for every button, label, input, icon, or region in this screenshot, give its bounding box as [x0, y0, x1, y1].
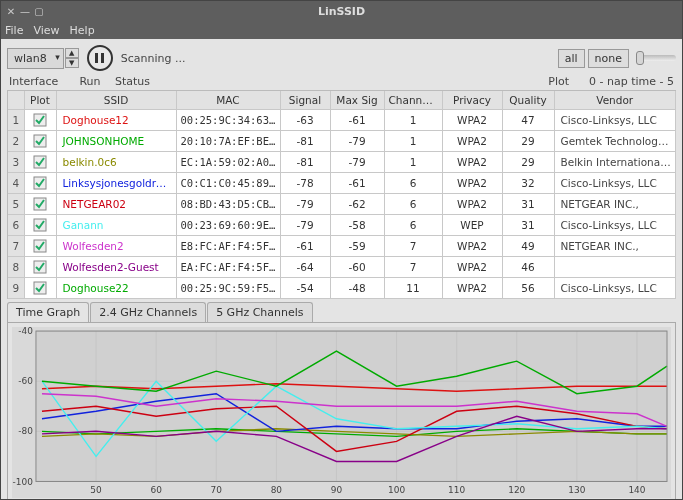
cell-vendor: Cisco-Linksys, LLC [554, 173, 676, 194]
col-channel[interactable]: Channel [384, 91, 442, 110]
cell-mac: 00:23:69:60:9E:DB [176, 215, 280, 236]
networks-table-wrap: Plot SSID MAC Signal Max Sig Channel Pri… [7, 90, 676, 299]
plot-checkbox[interactable] [24, 236, 56, 257]
col-maxsig[interactable]: Max Sig [330, 91, 384, 110]
time-graph-chart: -40-60-80-1005060708090100110120130140 [12, 327, 671, 498]
menu-file[interactable]: File [5, 24, 23, 37]
plot-none-button[interactable]: none [588, 49, 629, 68]
table-row[interactable]: 9Doghouse2200:25:9C:59:F5:FC-54-4811WPA2… [8, 278, 676, 299]
run-label: Run [71, 75, 109, 88]
col-mac[interactable]: MAC [176, 91, 280, 110]
col-vendor[interactable]: Vendor [554, 91, 676, 110]
cell-channel: 6 [384, 215, 442, 236]
window-title: LinSSID [65, 5, 618, 18]
plot-checkbox[interactable] [24, 110, 56, 131]
tab-24ghz[interactable]: 2.4 GHz Channels [90, 302, 206, 322]
cell-channel: 6 [384, 173, 442, 194]
svg-text:120: 120 [508, 485, 525, 495]
svg-text:-100: -100 [13, 476, 34, 486]
tab-5ghz[interactable]: 5 GHz Channels [207, 302, 312, 322]
plot-checkbox[interactable] [24, 173, 56, 194]
interface-dropdown[interactable]: wlan8 [7, 48, 64, 69]
nap-label: 0 - nap time - 5 [589, 75, 674, 88]
col-signal[interactable]: Signal [280, 91, 330, 110]
plot-checkbox[interactable] [24, 131, 56, 152]
table-row[interactable]: 2JOHNSONHOME20:10:7A:EF:BE:EF-81-791WPA2… [8, 131, 676, 152]
run-pause-button[interactable] [87, 45, 113, 71]
cell-vendor: NETGEAR INC., [554, 236, 676, 257]
spinner-down[interactable]: ▼ [65, 58, 79, 68]
cell-maxsig: -60 [330, 257, 384, 278]
plot-checkbox[interactable] [24, 152, 56, 173]
cell-mac: 20:10:7A:EF:BE:EF [176, 131, 280, 152]
col-plot[interactable]: Plot [24, 91, 56, 110]
window-close-icon[interactable]: ✕ [5, 5, 17, 17]
table-row[interactable]: 6Ganann00:23:69:60:9E:DB-79-586WEP31Cisc… [8, 215, 676, 236]
spinner-up[interactable]: ▲ [65, 48, 79, 58]
table-row[interactable]: 7Wolfesden2E8:FC:AF:F4:5F:EF-61-597WPA24… [8, 236, 676, 257]
chart-tabs: Time Graph 2.4 GHz Channels 5 GHz Channe… [7, 302, 676, 322]
menu-help[interactable]: Help [70, 24, 95, 37]
cell-mac: EA:FC:AF:F4:5F:F0 [176, 257, 280, 278]
plot-checkbox[interactable] [24, 194, 56, 215]
toolbar-sublabels: Interface Run Status Plot 0 - nap time -… [7, 75, 676, 88]
cell-vendor [554, 257, 676, 278]
table-row[interactable]: 5NETGEAR0208:BD:43:D5:CB:03-79-626WPA231… [8, 194, 676, 215]
toolbar: wlan8 ▲ ▼ Scanning ... all none [7, 45, 676, 71]
table-row[interactable]: 8Wolfesden2-GuestEA:FC:AF:F4:5F:F0-64-60… [8, 257, 676, 278]
cell-mac: E8:FC:AF:F4:5F:EF [176, 236, 280, 257]
cell-maxsig: -62 [330, 194, 384, 215]
col-privacy[interactable]: Privacy [442, 91, 502, 110]
svg-text:50: 50 [90, 485, 102, 495]
plot-checkbox[interactable] [24, 215, 56, 236]
plot-all-button[interactable]: all [558, 49, 585, 68]
col-ssid[interactable]: SSID [56, 91, 176, 110]
cell-quality: 47 [502, 110, 554, 131]
cell-maxsig: -79 [330, 152, 384, 173]
menubar: File View Help [1, 21, 682, 39]
table-row[interactable]: 4LinksysjonesgoldrouterC0:C1:C0:45:89:F8… [8, 173, 676, 194]
cell-vendor: Cisco-Linksys, LLC [554, 278, 676, 299]
chart-pane: -40-60-80-1005060708090100110120130140 [7, 322, 676, 499]
menu-view[interactable]: View [33, 24, 59, 37]
cell-maxsig: -58 [330, 215, 384, 236]
cell-quality: 29 [502, 131, 554, 152]
table-row[interactable]: 3belkin.0c6EC:1A:59:02:A0:C6-81-791WPA22… [8, 152, 676, 173]
cell-channel: 1 [384, 152, 442, 173]
cell-ssid: Linksysjonesgoldrouter [56, 173, 176, 194]
tab-time-graph[interactable]: Time Graph [7, 302, 89, 322]
cell-vendor: Gemtek Technology C... [554, 131, 676, 152]
cell-vendor: Cisco-Linksys, LLC [554, 215, 676, 236]
cell-channel: 11 [384, 278, 442, 299]
cell-signal: -54 [280, 278, 330, 299]
cell-maxsig: -48 [330, 278, 384, 299]
cell-channel: 7 [384, 257, 442, 278]
plot-checkbox[interactable] [24, 257, 56, 278]
cell-quality: 46 [502, 257, 554, 278]
window-minimize-icon[interactable]: — [19, 5, 31, 17]
table-row[interactable]: 1Doghouse1200:25:9C:34:63:06-63-611WPA24… [8, 110, 676, 131]
cell-privacy: WPA2 [442, 236, 502, 257]
cell-ssid: NETGEAR02 [56, 194, 176, 215]
window-maximize-icon[interactable]: ▢ [33, 5, 45, 17]
svg-text:110: 110 [448, 485, 465, 495]
cell-vendor: Belkin International Inc [554, 152, 676, 173]
status-label: Status [115, 75, 150, 88]
svg-text:80: 80 [271, 485, 283, 495]
cell-signal: -78 [280, 173, 330, 194]
svg-text:60: 60 [150, 485, 162, 495]
cell-privacy: WPA2 [442, 257, 502, 278]
cell-signal: -63 [280, 110, 330, 131]
plot-checkbox[interactable] [24, 278, 56, 299]
cell-channel: 6 [384, 194, 442, 215]
interface-label: Interface [9, 75, 71, 88]
row-number: 3 [8, 152, 24, 173]
col-num[interactable] [8, 91, 24, 110]
cell-ssid: JOHNSONHOME [56, 131, 176, 152]
nap-slider[interactable] [636, 55, 676, 61]
col-quality[interactable]: Quality [502, 91, 554, 110]
cell-mac: EC:1A:59:02:A0:C6 [176, 152, 280, 173]
interface-spinner: ▲ ▼ [65, 48, 79, 68]
cell-privacy: WPA2 [442, 152, 502, 173]
cell-ssid: Doghouse22 [56, 278, 176, 299]
